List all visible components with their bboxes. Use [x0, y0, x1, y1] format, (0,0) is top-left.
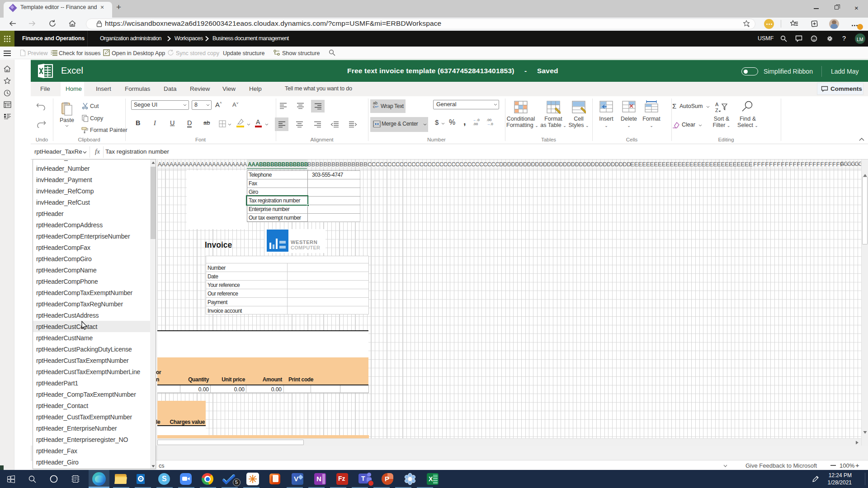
svg-text:Z: Z	[715, 108, 718, 113]
svg-text:A: A	[715, 102, 719, 107]
